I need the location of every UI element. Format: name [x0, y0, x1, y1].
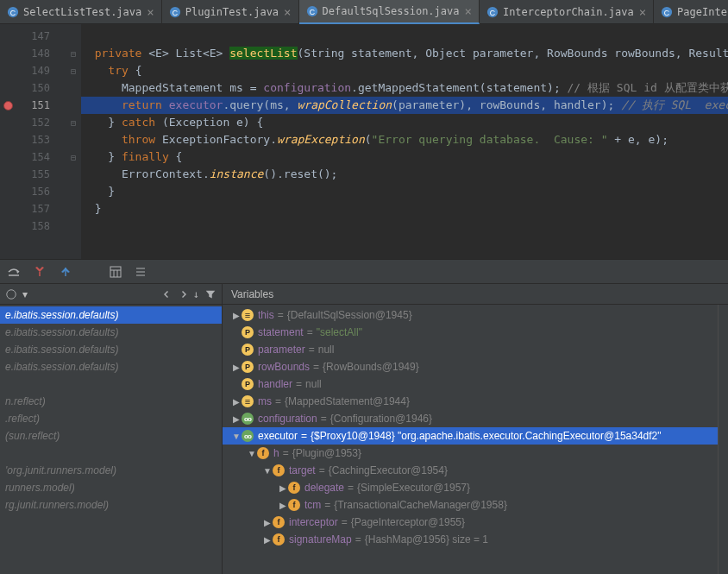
stack-frame[interactable]: e.ibatis.session.defaults) — [0, 358, 222, 375]
debug-toolbar — [0, 260, 728, 284]
expand-arrow-icon[interactable]: ▼ — [231, 432, 242, 441]
variable-name: rowBounds — [258, 361, 310, 373]
fold-collapse-icon[interactable]: ⊟ — [66, 45, 81, 62]
close-icon[interactable]: × — [464, 4, 471, 18]
expand-arrow-icon[interactable]: ▶ — [262, 535, 273, 545]
expand-arrow-icon[interactable]: ▼ — [262, 466, 273, 476]
tab-defaultsqlsession[interactable]: C DefaultSqlSession.java × — [299, 0, 480, 24]
variable-kind-icon: P — [242, 361, 254, 373]
variable-row[interactable]: ▶fdelegate = {SimpleExecutor@1957} — [223, 479, 728, 496]
svg-rect-15 — [110, 267, 121, 277]
close-icon[interactable]: × — [147, 5, 154, 19]
line-number: 153 — [16, 131, 66, 148]
variable-row[interactable]: ▶fsignatureMap = {HashMap@1956} size = 1 — [223, 531, 728, 548]
expand-arrow-icon[interactable]: ▼ — [247, 449, 257, 458]
line-number: 152 — [16, 114, 66, 131]
variable-row[interactable]: ▶Pparameter = null — [223, 341, 728, 358]
fold-collapse-icon[interactable]: ⊟ — [66, 148, 81, 166]
variables-header: Variables — [223, 284, 728, 305]
fold-collapse-icon[interactable]: ⊟ — [66, 114, 81, 131]
variable-kind-icon: ≡ — [242, 395, 254, 407]
variable-value: {SimpleExecutor@1957} — [357, 482, 470, 494]
line-number: 157 — [16, 200, 66, 218]
tab-interceptorchain[interactable]: C InterceptorChain.java × — [480, 0, 654, 24]
stack-frame[interactable]: e.ibatis.session.defaults) — [0, 306, 222, 324]
variable-kind-icon: P — [242, 344, 254, 356]
variable-row[interactable]: ▶≡ms = {MappedStatement@1944} — [223, 393, 728, 410]
line-number: 155 — [16, 166, 66, 183]
variable-value: {TransactionalCacheManager@1958} — [334, 499, 507, 511]
fold-collapse-icon[interactable]: ⊟ — [66, 62, 81, 79]
expand-arrow-icon[interactable]: ▶ — [231, 397, 242, 407]
scrollbar[interactable] — [718, 305, 728, 574]
tab-pageinterceptor[interactable]: C PageInterceptor.java × — [654, 0, 728, 24]
java-class-icon: C — [486, 6, 499, 18]
stack-frame[interactable]: e.ibatis.session.defaults) — [0, 341, 222, 358]
expand-arrow-icon[interactable]: ▶ — [231, 311, 242, 320]
variable-value: null — [305, 378, 322, 390]
debug-panel: ▾ ↓ e.ibatis.session.defaults) e.ibatis.… — [0, 259, 728, 574]
variables-tree[interactable]: ▶≡this = {DefaultSqlSession@1945}▶Pstate… — [223, 305, 728, 574]
stack-frame[interactable]: 'org.junit.runners.model) — [0, 462, 222, 479]
variable-kind-icon: ≡ — [242, 309, 254, 321]
execution-line: return executor.query(ms, wrapCollection… — [81, 97, 728, 114]
variable-name: h — [273, 447, 279, 459]
tab-label: PluginTest.java — [185, 6, 279, 18]
stack-frame[interactable]: .reflect) — [0, 410, 222, 427]
frames-list[interactable]: e.ibatis.session.defaults) e.ibatis.sess… — [0, 305, 222, 574]
variable-name: configuration — [258, 413, 317, 425]
variable-row[interactable]: ▶ProwBounds = {RowBounds@1949} — [223, 358, 728, 375]
variable-kind-icon: f — [273, 533, 285, 546]
variable-name: parameter — [258, 344, 305, 356]
variable-row[interactable]: ▶ftcm = {TransactionalCacheManager@1958} — [223, 496, 728, 514]
breakpoint-icon[interactable] — [3, 101, 13, 110]
close-icon[interactable]: × — [639, 5, 646, 19]
variable-name: executor — [258, 430, 298, 442]
code-area[interactable]: private <E> List<E> selectList(String st… — [81, 24, 728, 259]
prev-frame-icon[interactable] — [162, 289, 173, 300]
variable-kind-icon: oo — [242, 430, 254, 442]
stack-frame[interactable]: runners.model) — [0, 479, 222, 496]
stack-frame[interactable]: (sun.reflect) — [0, 427, 222, 445]
variable-kind-icon: f — [273, 516, 285, 528]
expand-arrow-icon: ▶ — [231, 328, 242, 337]
stack-frame[interactable] — [0, 445, 222, 462]
variable-row[interactable]: ▶Pstatement = "selectAll" — [223, 324, 728, 341]
variable-row[interactable]: ▶Phandler = null — [223, 375, 728, 393]
tab-plugintest[interactable]: C PluginTest.java × — [162, 0, 299, 24]
arrow-down-icon[interactable]: ↓ — [193, 288, 199, 300]
tab-label: DefaultSqlSession.java — [323, 5, 460, 17]
close-icon[interactable]: × — [284, 5, 291, 19]
next-frame-icon[interactable] — [178, 289, 188, 300]
stack-frame[interactable]: rg.junit.runners.model) — [0, 496, 222, 514]
step-into-icon[interactable] — [33, 265, 47, 279]
variable-row[interactable]: ▼ooexecutor = {$Proxy10@1948} "org.apach… — [223, 427, 728, 445]
stack-frame[interactable] — [0, 375, 222, 393]
expand-arrow-icon[interactable]: ▶ — [231, 414, 242, 424]
expand-arrow-icon[interactable]: ▶ — [262, 518, 273, 527]
expand-arrow-icon[interactable]: ▶ — [231, 363, 242, 372]
expand-arrow-icon[interactable]: ▶ — [278, 501, 288, 510]
calculator-icon[interactable] — [109, 265, 122, 279]
svg-rect-19 — [136, 268, 145, 269]
variable-row[interactable]: ▼ftarget = {CachingExecutor@1954} — [223, 462, 728, 479]
variable-row[interactable]: ▶ooconfiguration = {Configuration@1946} — [223, 410, 728, 427]
variable-name: delegate — [304, 482, 344, 494]
stack-frame[interactable]: e.ibatis.session.defaults) — [0, 324, 222, 341]
variable-row[interactable]: ▼fh = {Plugin@1953} — [223, 445, 728, 462]
expand-arrow-icon[interactable]: ▶ — [278, 483, 288, 493]
line-number: 150 — [16, 79, 66, 97]
svg-point-22 — [7, 289, 16, 299]
variable-name: this — [258, 309, 274, 321]
variable-row[interactable]: ▶finterceptor = {PageInterceptor@1955} — [223, 514, 728, 531]
tab-selectlisttest[interactable]: C SelectListTest.java × — [0, 0, 162, 24]
stack-frame[interactable]: n.reflect) — [0, 393, 222, 410]
step-over-icon[interactable] — [7, 265, 21, 279]
step-out-icon[interactable] — [59, 265, 72, 279]
settings-icon[interactable] — [135, 265, 148, 279]
code-editor[interactable]: 147 148 149 150 151 152 153 154 155 156 … — [0, 24, 728, 259]
variable-row[interactable]: ▶≡this = {DefaultSqlSession@1945} — [223, 306, 728, 324]
thread-selector[interactable]: ▾ — [22, 288, 157, 300]
filter-icon[interactable] — [204, 288, 217, 300]
variable-value: {DefaultSqlSession@1945} — [287, 309, 412, 321]
